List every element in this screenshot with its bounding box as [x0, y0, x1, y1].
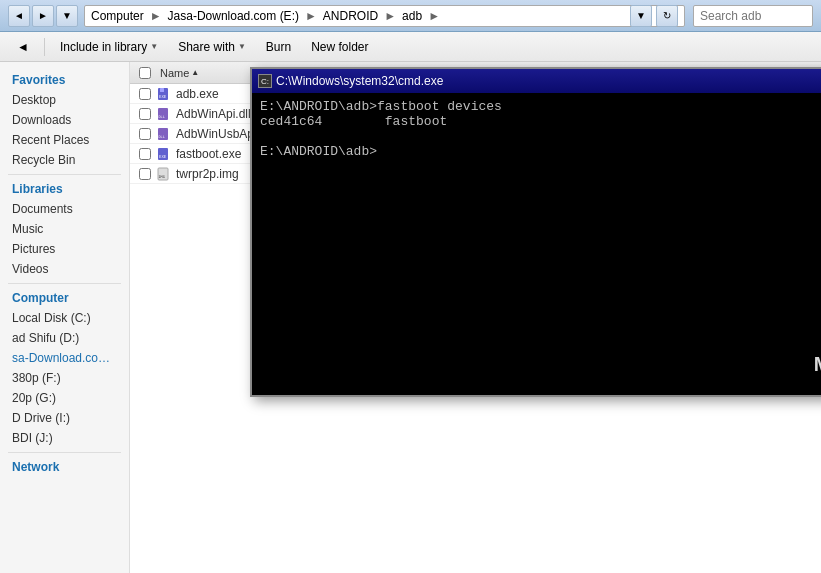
sidebar-item-computer[interactable]: Computer [0, 288, 129, 308]
svg-text:EXE: EXE [159, 94, 167, 99]
row-check-3[interactable] [134, 148, 156, 160]
breadcrumb: Computer ► Jasa-Download.com (E:) ► ANDR… [84, 5, 685, 27]
recent-button[interactable]: ▼ [56, 5, 78, 27]
share-label: Share with [178, 40, 235, 54]
toolbar: ◄ Include in library ▼ Share with ▼ Burn… [0, 32, 821, 62]
sep3: ► [384, 9, 396, 23]
sidebar-item-favorites[interactable]: Favorites [0, 70, 129, 90]
select-all-checkbox[interactable] [139, 67, 151, 79]
sidebar-item-drive-d[interactable]: ad Shifu (D:) [0, 328, 129, 348]
search-input[interactable] [700, 9, 806, 23]
libraries-section: Libraries Documents Music Pictures Video… [0, 179, 129, 279]
sidebar-item-recent-places[interactable]: Recent Places [0, 130, 129, 150]
sidebar: Favorites Desktop Downloads Recent Place… [0, 62, 130, 573]
refresh-button[interactable]: ↻ [656, 5, 678, 27]
back-toolbar-button[interactable]: ◄ [8, 36, 38, 58]
sidebar-item-pictures[interactable]: Pictures [0, 239, 129, 259]
cmd-window: C: C:\Windows\system32\cmd.exe ─ □ ✕ E:\… [250, 67, 821, 397]
burn-button[interactable]: Burn [257, 36, 300, 58]
back-button[interactable]: ◄ [8, 5, 30, 27]
watermark-main: Mi Com [814, 353, 821, 376]
sidebar-div3 [8, 452, 121, 453]
sidebar-div1 [8, 174, 121, 175]
cmd-title-text: C:\Windows\system32\cmd.exe [276, 74, 821, 88]
cmd-body[interactable]: E:\ANDROID\adb>fastboot devices ced41c64… [252, 93, 821, 395]
cmd-title-icon: C: [258, 74, 272, 88]
dll-icon: DLL [156, 106, 172, 122]
cmd-icon-text: C: [261, 77, 269, 86]
sidebar-item-local-disk-c[interactable]: Local Disk (C:) [0, 308, 129, 328]
checkbox-4[interactable] [139, 168, 151, 180]
cmd-line-2 [260, 129, 821, 144]
dll-icon-2: DLL [156, 126, 172, 142]
cmd-content-area: E:\ANDROID\adb>fastboot devices ced41c64… [252, 93, 821, 395]
checkbox-3[interactable] [139, 148, 151, 160]
forward-button[interactable]: ► [32, 5, 54, 27]
sidebar-item-network[interactable]: Network [0, 457, 129, 477]
include-dropdown-icon: ▼ [150, 42, 158, 51]
watermark-sub: c.mi.com... [814, 376, 821, 387]
cmd-line-0: E:\ANDROID\adb>fastboot devices [260, 99, 821, 114]
sep2: ► [305, 9, 317, 23]
share-dropdown-icon: ▼ [238, 42, 246, 51]
name-sort-icon: ▲ [191, 68, 199, 77]
checkbox-0[interactable] [139, 88, 151, 100]
cmd-line-1: ced41c64 fastboot [260, 114, 821, 129]
sidebar-item-drive-e[interactable]: sa-Download.com (E:) [0, 348, 129, 368]
row-check-0[interactable] [134, 88, 156, 100]
cmd-titlebar: C: C:\Windows\system32\cmd.exe ─ □ ✕ [252, 69, 821, 93]
network-section: Network [0, 457, 129, 477]
computer-section: Computer Local Disk (C:) ad Shifu (D:) s… [0, 288, 129, 448]
sidebar-item-desktop[interactable]: Desktop [0, 90, 129, 110]
include-label: Include in library [60, 40, 147, 54]
exe-icon: EXE [156, 86, 172, 102]
sidebar-item-music[interactable]: Music [0, 219, 129, 239]
main-layout: Favorites Desktop Downloads Recent Place… [0, 62, 821, 573]
sidebar-item-recycle-bin[interactable]: Recycle Bin [0, 150, 129, 170]
breadcrumb-android[interactable]: ANDROID [323, 9, 378, 23]
sep-t1 [44, 38, 45, 56]
img-icon: IMG [156, 166, 172, 182]
new-folder-button[interactable]: New folder [302, 36, 377, 58]
sep1: ► [150, 9, 162, 23]
dropdown-button[interactable]: ▼ [630, 5, 652, 27]
sidebar-div2 [8, 283, 121, 284]
nav-arrows: ◄ ► ▼ [8, 5, 78, 27]
checkbox-2[interactable] [139, 128, 151, 140]
svg-text:EXE: EXE [159, 154, 167, 159]
sidebar-item-libraries[interactable]: Libraries [0, 179, 129, 199]
breadcrumb-drive[interactable]: Jasa-Download.com (E:) [168, 9, 299, 23]
file-area: Name ▲ Date modified Type Size EXE [130, 62, 821, 573]
svg-text:DLL: DLL [159, 135, 165, 139]
favorites-section: Favorites Desktop Downloads Recent Place… [0, 70, 129, 170]
breadcrumb-computer[interactable]: Computer [91, 9, 144, 23]
header-check[interactable] [134, 67, 156, 79]
svg-rect-1 [160, 88, 164, 92]
new-folder-label: New folder [311, 40, 368, 54]
row-check-4[interactable] [134, 168, 156, 180]
sidebar-item-documents[interactable]: Documents [0, 199, 129, 219]
search-box[interactable] [693, 5, 813, 27]
svg-text:DLL: DLL [159, 115, 165, 119]
breadcrumb-adb[interactable]: adb [402, 9, 422, 23]
sidebar-item-drive-j[interactable]: BDI (J:) [0, 428, 129, 448]
sidebar-item-drive-i[interactable]: D Drive (I:) [0, 408, 129, 428]
sidebar-item-videos[interactable]: Videos [0, 259, 129, 279]
include-library-button[interactable]: Include in library ▼ [51, 36, 167, 58]
sep4: ► [428, 9, 440, 23]
watermark: Mi Com c.mi.com... [814, 353, 821, 387]
sidebar-item-drive-g[interactable]: 20p (G:) [0, 388, 129, 408]
checkbox-1[interactable] [139, 108, 151, 120]
sidebar-item-drive-f[interactable]: 380p (F:) [0, 368, 129, 388]
svg-text:IMG: IMG [159, 175, 165, 179]
row-check-1[interactable] [134, 108, 156, 120]
row-check-2[interactable] [134, 128, 156, 140]
cmd-line-3: E:\ANDROID\adb> [260, 144, 821, 159]
burn-label: Burn [266, 40, 291, 54]
sidebar-item-downloads[interactable]: Downloads [0, 110, 129, 130]
exe-icon-2: EXE [156, 146, 172, 162]
title-bar: ◄ ► ▼ Computer ► Jasa-Download.com (E:) … [0, 0, 821, 32]
share-with-button[interactable]: Share with ▼ [169, 36, 255, 58]
